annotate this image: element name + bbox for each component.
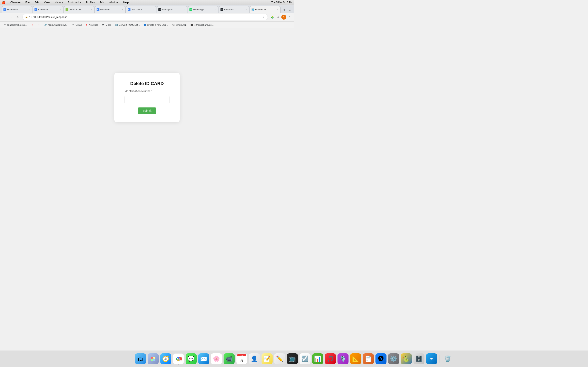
tab-favicon-1: C bbox=[3, 8, 6, 11]
reload-button[interactable]: ↻ bbox=[16, 14, 21, 20]
bookmark-label-youtube: YouTube bbox=[89, 24, 98, 26]
bookmark-youtube[interactable]: ▶ YouTube bbox=[84, 22, 100, 27]
bookmark-red[interactable]: ● bbox=[36, 22, 42, 27]
bookmark-favicon-youtube: ▶ bbox=[85, 24, 88, 26]
bookmark-whatsapp[interactable]: 💬 WhatsApp bbox=[171, 22, 188, 27]
tab-text-extract[interactable]: C Text_Extra... ✕ bbox=[126, 6, 156, 13]
tab-title-7: WhatsApp bbox=[193, 8, 213, 11]
tab-close-2[interactable]: ✕ bbox=[59, 8, 62, 11]
bookmark-label-sql: Create a new SQL... bbox=[147, 24, 168, 26]
apple-menu[interactable]: 🍎 bbox=[2, 1, 6, 4]
tab-title-2: thai nation... bbox=[38, 8, 58, 11]
tab-jpeg[interactable]: J JPEG to JP... ✕ bbox=[64, 6, 95, 13]
menu-window[interactable]: Window bbox=[108, 1, 119, 4]
profile-button[interactable]: S bbox=[281, 15, 286, 20]
tab-title-6: sahasjamb... bbox=[162, 8, 182, 11]
bookmark-label-takeu: https://takeuforwa... bbox=[48, 24, 68, 26]
menu-edit[interactable]: Edit bbox=[34, 1, 40, 4]
tab-favicon-2: C bbox=[35, 8, 37, 11]
forward-button[interactable]: → bbox=[9, 14, 14, 20]
bookmark-favicon-whatsapp: 💬 bbox=[172, 24, 175, 26]
tab-favicon-9: 🌐 bbox=[251, 8, 254, 11]
menu-profiles[interactable]: Profiles bbox=[85, 1, 95, 4]
menu-bar-datetime: Tue 5 Dec 5:16 PM bbox=[271, 1, 292, 4]
back-button[interactable]: ← bbox=[2, 14, 7, 20]
bookmark-favicon-github-xiz: ⬛ bbox=[190, 24, 193, 26]
form-title: Delete ID CARD bbox=[130, 81, 164, 86]
tab-close-6[interactable]: ✕ bbox=[183, 8, 186, 11]
tab-favicon-7: W bbox=[190, 8, 192, 11]
submit-button[interactable]: Submit bbox=[138, 108, 156, 114]
form-label: Identification Number: bbox=[125, 90, 152, 93]
lock-icon: 🔒 bbox=[25, 16, 28, 18]
bookmark-label-github-xiz: xizhengzhang/Le... bbox=[194, 24, 214, 26]
tab-close-1[interactable]: ✕ bbox=[28, 8, 31, 11]
address-bar[interactable]: 🔒 127.0.0.1:8000/delete_response ☆ bbox=[22, 14, 268, 20]
tab-thai[interactable]: C thai nation... ✕ bbox=[33, 6, 63, 13]
menu-help[interactable]: Help bbox=[122, 1, 130, 4]
bookmark-gmail[interactable]: ✉ Gmail bbox=[70, 22, 83, 27]
bookmark-sql[interactable]: 🔵 Create a new SQL... bbox=[142, 22, 170, 27]
tab-welcome[interactable]: C Welcome T... ✕ bbox=[95, 6, 126, 13]
tab-close-7[interactable]: ✕ bbox=[214, 8, 217, 11]
bookmark-favicon-red: ● bbox=[38, 24, 40, 26]
extensions-button[interactable]: 🧩 bbox=[269, 14, 275, 20]
tab-close-5[interactable]: ✕ bbox=[152, 8, 155, 11]
identification-number-input[interactable] bbox=[125, 96, 169, 103]
bookmark-sahas[interactable]: ✉ sahasjambhule25... bbox=[2, 22, 29, 27]
chrome-window: C Read Data ✕ C thai nation... ✕ J JPEG … bbox=[0, 5, 294, 167]
menu-history[interactable]: History bbox=[54, 1, 63, 4]
delete-id-form-card: Delete ID CARD Identification Number: Su… bbox=[114, 73, 180, 122]
bookmark-youtube-logo[interactable]: ▶ bbox=[29, 22, 35, 27]
address-text: 127.0.0.1:8000/delete_response bbox=[29, 16, 261, 18]
tab-close-8[interactable]: ✕ bbox=[245, 8, 248, 11]
bookmark-label-maps: Maps bbox=[105, 24, 111, 26]
app-name[interactable]: Chrome bbox=[9, 1, 21, 4]
tab-github-sahas[interactable]: ⬡ sahasjamb... ✕ bbox=[156, 6, 187, 13]
tab-close-4[interactable]: ✕ bbox=[121, 8, 124, 11]
menu-tab[interactable]: Tab bbox=[99, 1, 105, 4]
tab-title-3: JPEG to JP... bbox=[69, 8, 89, 11]
tab-delete-id[interactable]: 🌐 Delete ID C... ✕ bbox=[250, 6, 281, 13]
bookmark-star-icon[interactable]: ☆ bbox=[263, 16, 265, 19]
toolbar-right-buttons: 🧩 ⬇ S ⋮ bbox=[269, 14, 292, 20]
tab-favicon-5: C bbox=[128, 8, 130, 11]
tab-whatsapp[interactable]: W WhatsApp ✕ bbox=[188, 6, 218, 13]
content-area: Delete ID CARD Identification Number: Su… bbox=[0, 28, 294, 167]
tab-title-5: Text_Extra... bbox=[131, 8, 151, 11]
tab-close-3[interactable]: ✕ bbox=[90, 8, 93, 11]
tab-close-9[interactable]: ✕ bbox=[276, 8, 279, 11]
tab-favicon-3: J bbox=[66, 8, 68, 11]
menu-button[interactable]: ⋮ bbox=[287, 14, 292, 20]
bookmark-convert[interactable]: 🔄 Convert NUMBER... bbox=[113, 22, 141, 27]
bookmark-favicon-yt-logo: ▶ bbox=[31, 24, 34, 26]
menu-bar: 🍎 Chrome File Edit View History Bookmark… bbox=[0, 0, 294, 5]
bookmark-takeuforward[interactable]: 🔗 https://takeuforwa... bbox=[43, 22, 70, 27]
tab-favicon-4: C bbox=[96, 8, 99, 11]
tab-read-data[interactable]: C Read Data ✕ bbox=[2, 6, 33, 13]
bookmark-label-convert: Convert NUMBER... bbox=[119, 24, 140, 26]
bookmark-label-gmail: Gmail bbox=[76, 24, 82, 26]
tab-qoala[interactable]: ⬡ qoala-assi... ✕ bbox=[219, 6, 250, 13]
bookmark-favicon-takeu: 🔗 bbox=[44, 24, 47, 26]
tab-favicon-8: ⬡ bbox=[221, 8, 223, 11]
bookmark-label-sahas: sahasjambhule25... bbox=[7, 24, 27, 26]
tab-title-9: Delete ID C... bbox=[255, 8, 275, 11]
toolbar: ← → ↻ 🔒 127.0.0.1:8000/delete_response ☆… bbox=[0, 13, 294, 22]
menu-bookmarks[interactable]: Bookmarks bbox=[67, 1, 82, 4]
bookmark-favicon-maps: 🗺 bbox=[102, 24, 105, 26]
bookmark-github-xiz[interactable]: ⬛ xizhengzhang/Le... bbox=[189, 22, 215, 27]
new-tab-button[interactable]: + bbox=[282, 7, 287, 13]
tab-title-4: Welcome T... bbox=[100, 8, 120, 11]
bookmark-favicon-gmail: ✉ bbox=[72, 24, 75, 26]
bookmark-favicon-sql: 🔵 bbox=[143, 24, 146, 26]
menu-view[interactable]: View bbox=[43, 1, 51, 4]
bookmark-maps[interactable]: 🗺 Maps bbox=[100, 22, 113, 27]
downloads-button[interactable]: ⬇ bbox=[275, 14, 281, 20]
tab-title-1: Read Data bbox=[7, 8, 27, 11]
tab-bar: C Read Data ✕ C thai nation... ✕ J JPEG … bbox=[0, 5, 294, 13]
menu-file[interactable]: File bbox=[25, 1, 30, 4]
bookmarks-bar: ✉ sahasjambhule25... ▶ ● 🔗 https://takeu… bbox=[0, 22, 294, 28]
tab-favicon-6: ⬡ bbox=[158, 8, 161, 11]
tab-list-button[interactable]: ⌄ bbox=[287, 8, 292, 13]
